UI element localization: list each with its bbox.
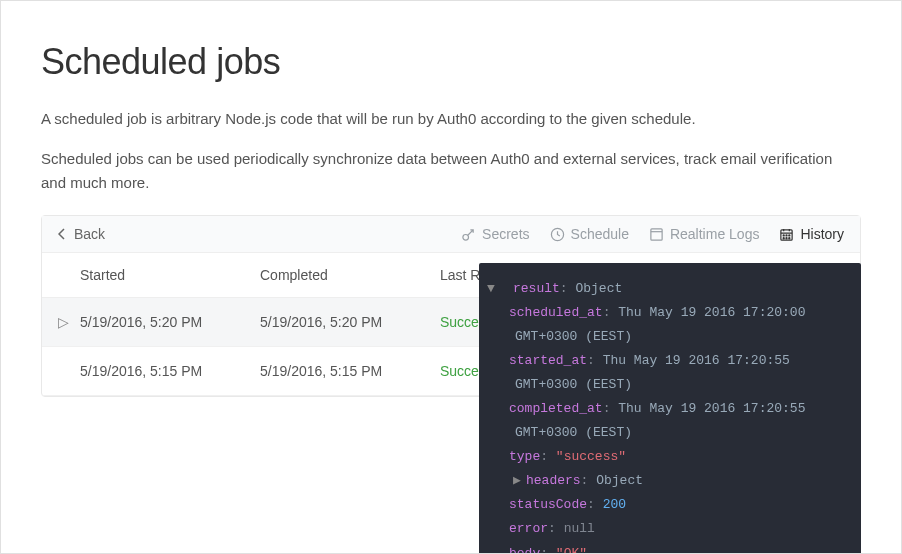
logs-icon <box>649 227 664 242</box>
svg-rect-2 <box>651 228 662 239</box>
back-label: Back <box>74 226 105 242</box>
cell-completed: 5/19/2016, 5:20 PM <box>260 314 440 330</box>
cell-started: 5/19/2016, 5:20 PM <box>80 314 260 330</box>
intro-text-1: A scheduled job is arbitrary Node.js cod… <box>41 107 861 131</box>
col-completed: Completed <box>260 267 440 283</box>
svg-point-4 <box>784 234 785 235</box>
tab-secrets-label: Secrets <box>482 226 529 242</box>
json-value: null <box>564 521 595 536</box>
json-key: completed_at <box>509 401 603 416</box>
json-key: body <box>509 546 540 554</box>
svg-point-8 <box>786 237 787 238</box>
tab-realtime-logs-label: Realtime Logs <box>670 226 760 242</box>
back-button[interactable]: Back <box>58 226 105 242</box>
json-key: statusCode <box>509 497 587 512</box>
cell-completed: 5/19/2016, 5:15 PM <box>260 363 440 379</box>
svg-point-7 <box>784 237 785 238</box>
svg-point-0 <box>463 234 469 240</box>
key-icon <box>461 227 476 242</box>
json-key: started_at <box>509 353 587 368</box>
calendar-icon <box>779 227 794 242</box>
json-key: scheduled_at <box>509 305 603 320</box>
triangle-down-icon[interactable]: ▼ <box>501 277 513 301</box>
json-value: Object <box>575 281 622 296</box>
triangle-right-icon[interactable]: ▶ <box>514 469 526 493</box>
svg-point-9 <box>789 237 790 238</box>
json-key: headers <box>526 473 581 488</box>
expand-toggle-icon[interactable]: ▷ <box>58 314 76 330</box>
json-key: type <box>509 449 540 464</box>
col-started: Started <box>80 267 260 283</box>
tab-schedule-label: Schedule <box>571 226 629 242</box>
page-title: Scheduled jobs <box>41 41 861 83</box>
json-value: "success" <box>556 449 626 464</box>
json-key: error <box>509 521 548 536</box>
json-value: Object <box>596 473 643 488</box>
tab-history[interactable]: History <box>779 226 844 242</box>
json-value: "OK" <box>556 546 587 554</box>
svg-point-6 <box>789 234 790 235</box>
tab-realtime-logs[interactable]: Realtime Logs <box>649 226 760 242</box>
cell-started: 5/19/2016, 5:15 PM <box>80 363 260 379</box>
chevron-left-icon <box>58 228 66 240</box>
intro-text-2: Scheduled jobs can be used periodically … <box>41 147 861 195</box>
svg-point-5 <box>786 234 787 235</box>
tab-secrets[interactable]: Secrets <box>461 226 529 242</box>
result-detail-popover: ▼result: Object scheduled_at: Thu May 19… <box>479 263 861 554</box>
json-value: 200 <box>603 497 626 512</box>
clock-icon <box>550 227 565 242</box>
json-key: result <box>513 281 560 296</box>
tab-history-label: History <box>800 226 844 242</box>
tab-schedule[interactable]: Schedule <box>550 226 629 242</box>
